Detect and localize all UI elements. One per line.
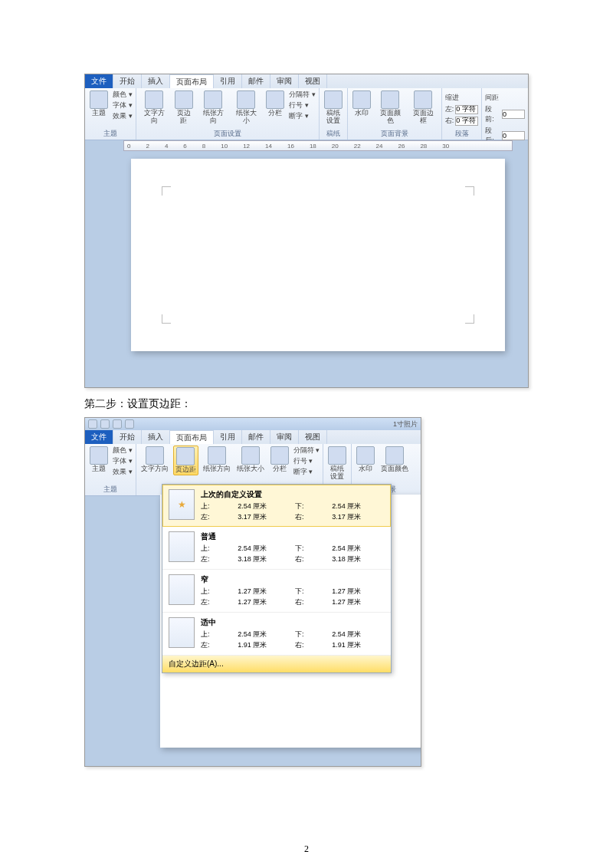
step-text: 第二步：设置页边距： (84, 397, 529, 411)
themes-button-2[interactable]: 主题 (88, 446, 110, 474)
document-page[interactable] (131, 159, 505, 351)
themes-icon (90, 90, 108, 109)
margin-mark-br (465, 314, 474, 324)
tab-review-2[interactable]: 审阅 (270, 430, 299, 444)
indent-left[interactable]: 左: (445, 104, 479, 114)
margins-preset-last-custom[interactable]: 上次的自定义设置 上:2.54 厘米下:2.54 厘米 左:3.17 厘米右:3… (162, 485, 391, 527)
margins-preset-moderate[interactable]: 适中 上:2.54 厘米下:2.54 厘米 左:1.91 厘米右:1.91 厘米 (162, 613, 391, 656)
tab-file-2[interactable]: 文件 (85, 430, 113, 444)
paper-size-button[interactable]: 纸张大小 (231, 90, 261, 126)
custom-margins-button[interactable]: 自定义边距(A)... (162, 656, 391, 672)
tab-layout[interactable]: 页面布局 (170, 74, 214, 88)
indent-right-input[interactable] (455, 117, 478, 126)
orientation-icon (204, 90, 222, 109)
screenshot-margins-dropdown: 1寸照片 文件 开始 插入 页面布局 引用 邮件 审阅 视图 主题 颜色 ▾ 字… (84, 417, 421, 767)
theme-colors-2[interactable]: 颜色 ▾ (113, 446, 133, 455)
preset-thumb-star-icon (169, 489, 195, 520)
tab-insert-2[interactable]: 插入 (142, 430, 170, 444)
tab-review[interactable]: 审阅 (270, 74, 299, 88)
tab-view-2[interactable]: 视图 (299, 430, 327, 444)
text-direction-button[interactable]: 文字方向 (139, 90, 169, 126)
line-numbers-button[interactable]: 行号 ▾ (289, 100, 316, 110)
spacing-before[interactable]: 段前: (485, 104, 525, 124)
margin-mark-tr (465, 186, 474, 196)
margins-button-active[interactable]: 页边距 (173, 446, 198, 475)
group-indent: 缩进 左: 右: 段落 (442, 88, 483, 140)
orientation-button[interactable]: 纸张方向 (198, 90, 228, 126)
tab-mail[interactable]: 邮件 (242, 74, 270, 88)
theme-fonts-2[interactable]: 字体 ▾ (113, 456, 133, 466)
watermark-button[interactable]: 水印 (351, 90, 372, 118)
tab-home[interactable]: 开始 (113, 74, 142, 88)
indent-right[interactable]: 右: (445, 116, 479, 126)
margins-icon-2 (176, 447, 195, 465)
manuscript-icon (324, 90, 343, 109)
breaks-button[interactable]: 分隔符 ▾ (289, 90, 316, 100)
screenshot-page-layout: 文件 开始 插入 页面布局 引用 邮件 审阅 视图 主题 颜色 ▾ 字体 ▾ 效… (84, 74, 529, 388)
theme-effects[interactable]: 效果 ▾ (113, 111, 133, 121)
manuscript-icon-2 (328, 446, 346, 465)
watermark-button-2[interactable]: 水印 (355, 446, 376, 474)
group-page-background: 水印 页面颜色 页面边框 页面背景 (348, 88, 442, 140)
manuscript-button[interactable]: 稿纸 设置 (323, 90, 344, 126)
paper-size-button-2[interactable]: 纸张大小 (235, 446, 266, 474)
spacing-before-input[interactable] (502, 110, 525, 119)
document-title: 1寸照片 (393, 419, 418, 429)
manuscript-button-2[interactable]: 稿纸 设置 (326, 446, 348, 482)
indent-left-input[interactable] (455, 105, 478, 114)
tab-insert[interactable]: 插入 (142, 74, 170, 88)
tab-view[interactable]: 视图 (299, 74, 327, 88)
tab-layout-2[interactable]: 页面布局 (170, 430, 214, 444)
hyphenation-button-2[interactable]: 断字 ▾ (293, 467, 320, 477)
page-color-button[interactable]: 页面颜色 (375, 90, 405, 126)
undo-icon[interactable] (113, 419, 122, 429)
theme-effects-2[interactable]: 效果 ▾ (113, 467, 133, 477)
margins-icon (175, 90, 193, 109)
text-direction-icon-2 (146, 446, 164, 465)
spacing-after-input[interactable] (502, 131, 525, 140)
paper-size-icon (237, 90, 255, 109)
page-border-icon (414, 90, 432, 109)
columns-icon (266, 90, 284, 109)
page-color-icon-2 (385, 446, 404, 465)
group-theme-2: 主题 颜色 ▾ 字体 ▾ 效果 ▾ 主题 (85, 444, 136, 495)
tab-file[interactable]: 文件 (85, 74, 113, 88)
page-setup-sublist: 分隔符 ▾ 行号 ▾ 断字 ▾ (289, 90, 316, 121)
theme-colors[interactable]: 颜色 ▾ (113, 90, 133, 100)
quick-access-toolbar: 1寸照片 (85, 418, 421, 430)
tab-reference-2[interactable]: 引用 (214, 430, 242, 444)
horizontal-ruler[interactable]: 024681012141618202224262830 (123, 140, 513, 151)
tab-home-2[interactable]: 开始 (113, 430, 142, 444)
orientation-button-2[interactable]: 纸张方向 (202, 446, 232, 474)
hyphenation-button[interactable]: 断字 ▾ (289, 111, 316, 121)
watermark-icon (352, 90, 371, 109)
preset-thumb-icon (169, 531, 195, 562)
themes-button[interactable]: 主题 (88, 90, 110, 118)
document-workarea: 024681012141618202224262830 (85, 140, 528, 387)
columns-button-2[interactable]: 分栏 (269, 446, 290, 474)
orientation-icon-2 (208, 446, 226, 465)
margins-preset-narrow[interactable]: 窄 上:1.27 厘米下:1.27 厘米 左:1.27 厘米右:1.27 厘米 (162, 570, 391, 613)
columns-button[interactable]: 分栏 (264, 90, 286, 118)
page-color-button-2[interactable]: 页面颜色 (379, 446, 410, 474)
text-direction-button-2[interactable]: 文字方向 (139, 446, 170, 474)
breaks-button-2[interactable]: 分隔符 ▾ (293, 446, 320, 455)
page-border-button[interactable]: 页面边框 (408, 90, 438, 126)
margins-button[interactable]: 页边距 (172, 90, 195, 126)
preset-thumb-icon (169, 617, 195, 648)
tab-mail-2[interactable]: 邮件 (242, 430, 270, 444)
margins-gallery-dropdown: 上次的自定义设置 上:2.54 厘米下:2.54 厘米 左:3.17 厘米右:3… (162, 484, 392, 673)
ribbon: 主题 颜色 ▾ 字体 ▾ 效果 ▾ 主题 文字方向 页边距 纸张方向 纸张大小 … (85, 88, 528, 140)
word-icon (88, 419, 97, 429)
theme-fonts[interactable]: 字体 ▾ (113, 100, 133, 110)
group-page-setup: 文字方向 页边距 纸张方向 纸张大小 分栏 分隔符 ▾ 行号 ▾ 断字 ▾ 页面… (136, 88, 320, 140)
watermark-icon-2 (356, 446, 375, 465)
group-spacing: 间距 段前: 段后: (482, 88, 528, 140)
redo-icon[interactable] (125, 419, 134, 429)
margins-preset-normal[interactable]: 普通 上:2.54 厘米下:2.54 厘米 左:3.18 厘米右:3.18 厘米 (162, 527, 391, 570)
line-numbers-button-2[interactable]: 行号 ▾ (293, 456, 320, 466)
theme-sublist: 颜色 ▾ 字体 ▾ 效果 ▾ (113, 90, 133, 121)
margin-mark-bl (162, 314, 171, 324)
save-icon[interactable] (100, 419, 110, 429)
tab-reference[interactable]: 引用 (214, 74, 242, 88)
